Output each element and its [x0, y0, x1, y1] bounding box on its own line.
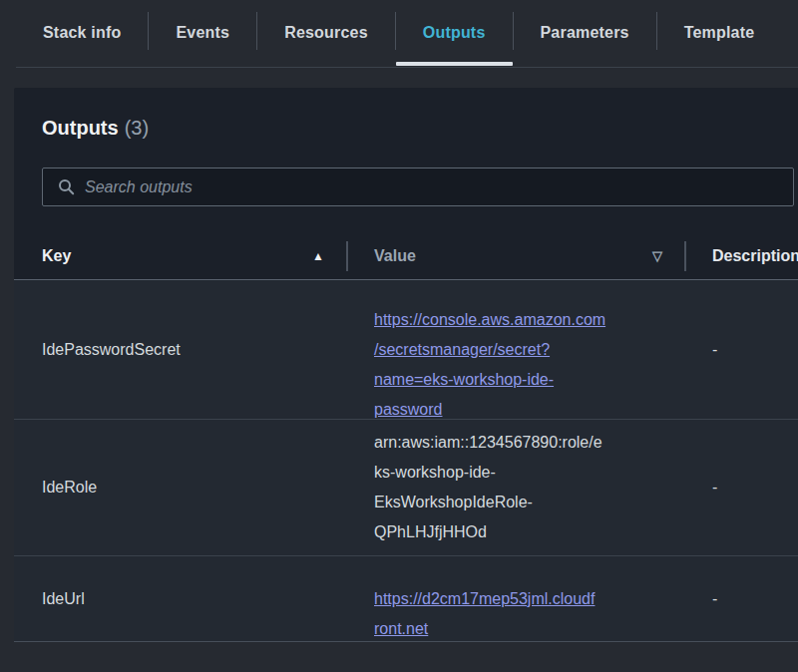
- tab-list: Stack info Events Resources Outputs Para…: [0, 0, 798, 68]
- output-value: https://d2cm17mep53jml.cloudf ront.net: [346, 554, 684, 644]
- outputs-panel: Outputs(3) Key ▲ Value ▽: [14, 88, 798, 642]
- sort-ascending-icon: ▲: [312, 249, 324, 263]
- table-row-ide-role: IdeRole arn:aws:iam::1234567890:role/e k…: [14, 419, 798, 555]
- output-description: -: [684, 479, 798, 497]
- output-key: IdeUrl: [14, 590, 346, 608]
- tab-label: Parameters: [541, 24, 629, 42]
- table-row-ide-url: IdeUrl https://d2cm17mep53jml.cloudf ron…: [14, 555, 798, 641]
- table-row-ide-password-secret: IdePasswordSecret https://console.aws.am…: [14, 280, 798, 419]
- output-value: https://console.aws.amazon.com /secretsm…: [346, 275, 684, 425]
- table-body: IdePasswordSecret https://console.aws.am…: [14, 280, 798, 642]
- panel-title-text: Outputs: [42, 117, 119, 139]
- search-icon: [58, 178, 75, 195]
- column-label: Value: [374, 247, 416, 265]
- tab-events[interactable]: Events: [149, 0, 256, 66]
- output-description: -: [684, 341, 798, 359]
- search-box: [42, 168, 794, 206]
- outputs-table: Key ▲ Value ▽ Description IdePasswordSec…: [14, 232, 798, 642]
- outputs-count-badge: (3): [125, 117, 149, 139]
- tab-label: Resources: [284, 24, 368, 42]
- panel-title: Outputs(3): [42, 114, 794, 142]
- column-header-value[interactable]: Value ▽: [346, 232, 684, 279]
- ide-password-secret-link[interactable]: https://console.aws.amazon.com /secretsm…: [374, 311, 605, 418]
- output-key: IdePasswordSecret: [14, 341, 346, 359]
- output-description: -: [684, 590, 798, 608]
- column-label: Key: [42, 247, 71, 265]
- tab-outputs[interactable]: Outputs: [396, 0, 513, 66]
- tab-resources[interactable]: Resources: [257, 0, 395, 66]
- output-key: IdeRole: [14, 479, 346, 497]
- table-header-row: Key ▲ Value ▽ Description: [14, 232, 798, 280]
- sort-unsorted-icon: ▽: [652, 248, 662, 263]
- output-value: arn:aws:iam::1234567890:role/e ks-worksh…: [346, 428, 684, 547]
- column-header-key[interactable]: Key ▲: [14, 232, 346, 279]
- column-header-description[interactable]: Description: [684, 232, 798, 279]
- tab-label: Template: [684, 24, 755, 42]
- column-divider: [684, 241, 686, 271]
- column-label: Description: [712, 247, 798, 265]
- tab-label: Events: [176, 24, 229, 42]
- ide-url-link[interactable]: https://d2cm17mep53jml.cloudf ront.net: [374, 590, 595, 637]
- column-divider: [346, 241, 348, 271]
- tab-stack-info[interactable]: Stack info: [16, 0, 148, 66]
- tabs-bottom-rule: [16, 67, 798, 68]
- tab-label: Outputs: [423, 24, 486, 42]
- tab-template[interactable]: Template: [657, 0, 782, 66]
- tab-parameters[interactable]: Parameters: [514, 0, 656, 66]
- search-input[interactable]: [85, 178, 781, 196]
- tab-label: Stack info: [43, 24, 121, 42]
- stack-detail-tabs-bar: Stack info Events Resources Outputs Para…: [0, 0, 798, 68]
